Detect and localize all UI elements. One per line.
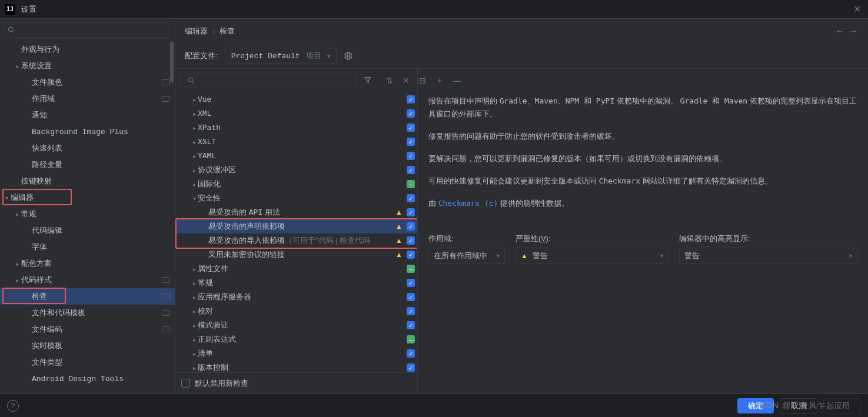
inspection-row[interactable]: ▸YAML✓ xyxy=(175,149,417,163)
inspection-checkbox[interactable]: ✓ xyxy=(404,363,417,372)
inspection-checkbox[interactable]: – xyxy=(404,180,417,188)
inspection-row[interactable]: ▸版本控制✓ xyxy=(175,361,417,372)
inspection-row[interactable]: ▸XML✓ xyxy=(175,106,417,121)
inspection-row[interactable]: ▸常规✓ xyxy=(175,276,417,290)
inspection-row[interactable]: ▸Vue✓ xyxy=(175,92,417,106)
inspection-tree-panel: ⇅ ✕ ⊟ ＋ — ▸Vue✓▸XML✓▸XPath✓▸XSLT✓▸YAML✓▸… xyxy=(175,69,418,393)
desc-text: Checkmarx xyxy=(599,176,640,185)
inspection-label: 国际化 xyxy=(198,179,394,189)
ok-button[interactable]: 确定 xyxy=(737,398,774,413)
sidebar-item[interactable]: 检查 xyxy=(0,288,175,305)
severity-combo[interactable]: ▲ 警告 ▾ xyxy=(516,248,669,264)
sidebar-item[interactable]: ▸配色方案 xyxy=(0,255,175,272)
inspection-checkbox[interactable]: – xyxy=(404,265,417,273)
sidebar-item[interactable]: ▸代码样式 xyxy=(0,272,175,288)
sidebar-item[interactable]: 实时模板 xyxy=(0,338,175,354)
inspection-checkbox[interactable]: ✓ xyxy=(404,166,417,174)
inspection-search-input[interactable] xyxy=(180,73,357,88)
sidebar-tree[interactable]: 外观与行为▸系统设置文件颜色作用域通知Background Image Plus… xyxy=(0,41,175,393)
inspection-row[interactable]: 易受攻击的声明依赖项▲✓ xyxy=(175,219,417,233)
sidebar-item[interactable]: 文件类型 xyxy=(0,354,175,371)
chevron-right-icon: ▸ xyxy=(191,280,198,286)
inspection-row[interactable]: ▸清单✓ xyxy=(175,346,417,361)
sidebar-item[interactable]: 文件编码 xyxy=(0,321,175,338)
inspection-row[interactable]: ▾安全性✓ xyxy=(175,191,417,205)
inspection-row[interactable]: 易受攻击的 API 用法▲✓ xyxy=(175,205,417,219)
project-badge-icon xyxy=(162,326,170,332)
sidebar-item[interactable]: 代码编辑 xyxy=(0,222,175,239)
sidebar-item[interactable]: 作用域 xyxy=(0,91,175,107)
inspection-row[interactable]: ▸属性文件– xyxy=(175,262,417,276)
sidebar-item-label: Android Design Tools xyxy=(32,375,170,383)
inspection-checkbox[interactable]: ✓ xyxy=(404,95,417,104)
highlight-combo[interactable]: 警告 ▾ xyxy=(679,248,857,264)
inspection-row[interactable]: ▸模式验证✓ xyxy=(175,318,417,332)
inspection-checkbox[interactable]: ✓ xyxy=(404,279,417,287)
sidebar-item[interactable]: 通知 xyxy=(0,107,175,124)
desc-text: 网站以详细了解有关特定漏洞的信息。 xyxy=(640,176,773,185)
sidebar-item[interactable]: ▾编辑器 xyxy=(0,189,175,206)
disable-new-checkbox[interactable] xyxy=(181,379,190,388)
inspection-checkbox[interactable]: ✓ xyxy=(404,222,417,231)
sidebar-item[interactable]: 文件和代码模板 xyxy=(0,305,175,321)
scope-combo[interactable]: 在所有作用域中 ▾ xyxy=(428,248,505,264)
breadcrumb-parent[interactable]: 编辑器 xyxy=(185,26,208,36)
inspection-row[interactable]: ▸XSLT✓ xyxy=(175,135,417,149)
inspection-row[interactable]: ▸应用程序服务器✓ xyxy=(175,290,417,304)
reset-icon[interactable]: ✕ xyxy=(400,75,412,86)
inspection-checkbox[interactable]: ✓ xyxy=(404,321,417,329)
inspection-label: Vue xyxy=(198,95,394,104)
inspection-row[interactable]: ▸协议缓冲区✓ xyxy=(175,163,417,177)
inspection-row[interactable]: ▸正则表达式– xyxy=(175,332,417,346)
help-icon[interactable]: ? xyxy=(7,400,19,412)
cancel-button[interactable]: 取消 xyxy=(780,398,817,413)
expand-all-icon[interactable]: ⇅ xyxy=(384,75,395,86)
close-icon[interactable]: ✕ xyxy=(851,4,863,15)
inspection-checkbox[interactable]: ✓ xyxy=(404,293,417,301)
inspection-checkbox[interactable]: ✓ xyxy=(404,152,417,160)
inspection-checkbox[interactable]: ✓ xyxy=(404,251,417,259)
inspection-label: XML xyxy=(198,109,394,118)
sidebar-item[interactable]: Android Design Tools xyxy=(0,371,175,387)
inspection-checkbox[interactable]: – xyxy=(404,335,417,343)
nav-back-icon[interactable]: ← xyxy=(835,26,844,36)
inspection-label: 易受攻击的 API 用法 xyxy=(208,207,394,218)
checkmarx-link[interactable]: Checkmarx (c) xyxy=(438,199,498,208)
inspection-row[interactable]: ▸XPath✓ xyxy=(175,121,417,135)
filter-icon[interactable] xyxy=(361,75,374,87)
detail-panel: 报告在项目中声明的 Gradle、Maven、NPM 和 PyPI 依赖项中的漏… xyxy=(418,69,868,393)
sidebar-item[interactable]: Background Image Plus xyxy=(0,124,175,140)
inspection-checkbox[interactable]: ✓ xyxy=(404,236,417,245)
chevron-right-icon: ▸ xyxy=(191,308,198,315)
inspection-row[interactable]: 易受攻击的导入依赖项（可用于"代码 | 检查代码▲✓ xyxy=(175,233,417,248)
sidebar-item-label: Background Image Plus xyxy=(32,128,170,136)
sidebar-item[interactable]: 路径变量 xyxy=(0,156,175,173)
sidebar-item[interactable]: 外观与行为 xyxy=(0,41,175,58)
inspection-row[interactable]: 采用未加密协议的链接▲✓ xyxy=(175,248,417,262)
sidebar-item[interactable]: 按键映射 xyxy=(0,173,175,189)
project-badge-icon xyxy=(162,96,170,102)
inspection-checkbox[interactable]: ✓ xyxy=(404,208,417,216)
sidebar-item[interactable]: 字体 xyxy=(0,239,175,255)
inspection-checkbox[interactable]: ✓ xyxy=(404,349,417,358)
inspection-checkbox[interactable]: ✓ xyxy=(404,138,417,146)
chevron-right-icon: ▸ xyxy=(191,96,198,103)
desc-text: 报告在项目中声明的 xyxy=(428,96,500,105)
inspection-tree[interactable]: ▸Vue✓▸XML✓▸XPath✓▸XSLT✓▸YAML✓▸协议缓冲区✓▸国际化… xyxy=(175,92,417,372)
inspection-row[interactable]: ▸国际化– xyxy=(175,177,417,191)
sidebar-item[interactable]: ▸常规 xyxy=(0,206,175,222)
gear-icon[interactable] xyxy=(344,51,353,61)
inspection-checkbox[interactable]: ✓ xyxy=(404,124,417,132)
nav-forward-icon[interactable]: → xyxy=(849,26,859,36)
apply-button[interactable]: 应用 xyxy=(823,398,861,413)
search-input[interactable] xyxy=(4,22,170,38)
inspection-checkbox[interactable]: ✓ xyxy=(404,109,417,118)
inspection-checkbox[interactable]: ✓ xyxy=(404,194,417,202)
inspection-checkbox[interactable]: ✓ xyxy=(404,307,417,315)
desc-text: Gradle 和 Maven xyxy=(680,96,747,105)
sidebar-item[interactable]: 文件颜色 xyxy=(0,74,175,91)
sidebar-item[interactable]: 快速列表 xyxy=(0,140,175,156)
inspection-row[interactable]: ▸校对✓ xyxy=(175,304,417,318)
sidebar-item[interactable]: ▸系统设置 xyxy=(0,58,175,74)
profile-select[interactable]: Project Default 项目 ▾ xyxy=(225,48,337,64)
